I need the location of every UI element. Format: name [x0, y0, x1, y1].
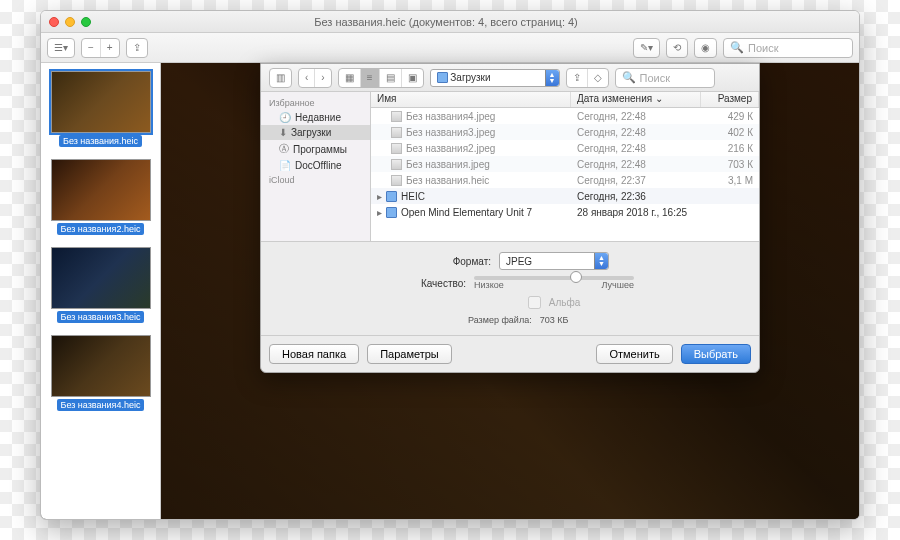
image-icon	[391, 111, 402, 122]
thumbnail-label: Без названия4.heic	[57, 399, 145, 411]
edit-button[interactable]: ◉	[694, 38, 717, 58]
sidebar-item-label: Программы	[293, 144, 347, 155]
col-size[interactable]: Размер	[701, 92, 759, 107]
file-name: HEIC	[401, 191, 425, 202]
filesize-value: 703 КБ	[540, 315, 569, 325]
new-folder-button[interactable]: Новая папка	[269, 344, 359, 364]
sidebar-item[interactable]: 📄DocOffline	[261, 158, 370, 173]
rotate-button[interactable]: ⟲	[666, 38, 688, 58]
panel-action-buttons[interactable]: ⇪ ◇	[566, 68, 609, 88]
col-date[interactable]: Дата изменения ⌄	[571, 92, 701, 107]
col-name[interactable]: Имя	[371, 92, 571, 107]
quality-slider[interactable]	[474, 276, 634, 280]
file-date: Сегодня, 22:48	[571, 143, 701, 154]
content-area: Без названия.heic Без названия2.heic Без…	[41, 63, 859, 519]
panel-layout-buttons[interactable]: ▦ ≡ ▤ ▣	[338, 68, 424, 88]
save-button[interactable]: Выбрать	[681, 344, 751, 364]
gallery-view-icon[interactable]: ▣	[402, 69, 423, 87]
toolbar-search[interactable]: 🔍 Поиск	[723, 38, 853, 58]
list-view-icon[interactable]: ≡	[361, 69, 380, 87]
thumbnail[interactable]: Без названия.heic	[47, 71, 154, 147]
thumbnail-image[interactable]	[51, 335, 151, 397]
folder-icon	[386, 191, 397, 202]
thumbnail-label: Без названия3.heic	[57, 311, 145, 323]
file-name: Без названия2.jpeg	[406, 143, 495, 154]
folder-icon	[437, 72, 448, 83]
image-icon	[391, 143, 402, 154]
view-buttons[interactable]: ☰▾	[47, 38, 75, 58]
zoom-buttons[interactable]: − +	[81, 38, 120, 58]
thumbnail[interactable]: Без названия4.heic	[47, 335, 154, 411]
sidebar-item[interactable]: ⬇︎Загрузки	[261, 125, 370, 140]
file-row[interactable]: Без названия.heic Сегодня, 22:37 3,1 М	[371, 172, 759, 188]
file-row[interactable]: Без названия.jpeg Сегодня, 22:48 703 К	[371, 156, 759, 172]
cancel-button[interactable]: Отменить	[596, 344, 672, 364]
panel-toolbar: ▥ ‹ › ▦ ≡ ▤ ▣ Загрузки ▲	[261, 64, 759, 92]
export-options: Формат: JPEG ▲▼ Качество: Низкое Лучш	[261, 242, 759, 335]
pencil-icon[interactable]: ✎▾	[634, 39, 659, 57]
back-icon[interactable]: ‹	[299, 69, 315, 87]
zoom-in-icon[interactable]: +	[101, 39, 119, 57]
quality-high-label: Лучшее	[602, 280, 634, 290]
file-date: Сегодня, 22:48	[571, 127, 701, 138]
thumbnail[interactable]: Без названия2.heic	[47, 159, 154, 235]
column-view-icon[interactable]: ▤	[380, 69, 402, 87]
search-placeholder: Поиск	[748, 42, 778, 54]
thumbnail-image[interactable]	[51, 71, 151, 133]
thumbnail-image[interactable]	[51, 247, 151, 309]
panel-footer: Новая папка Параметры Отменить Выбрать	[261, 335, 759, 372]
window-title: Без названия.heic (документов: 4, всего …	[91, 16, 801, 28]
file-name: Open Mind Elementary Unit 7	[401, 207, 532, 218]
file-size: 402 К	[701, 127, 759, 138]
sidebar-item-label: Недавние	[295, 112, 341, 123]
share-icon[interactable]: ⇪	[127, 39, 147, 57]
alpha-label: Альфа	[549, 297, 581, 308]
sidebar-item[interactable]: ⒶПрограммы	[261, 140, 370, 158]
options-button[interactable]: Параметры	[367, 344, 452, 364]
folder-icon	[386, 207, 397, 218]
sidebar-icon[interactable]: ▥	[270, 69, 291, 87]
sort-desc-icon: ⌄	[655, 93, 663, 104]
panel-nav-buttons[interactable]: ‹ ›	[298, 68, 332, 88]
image-canvas: ▥ ‹ › ▦ ≡ ▤ ▣ Загрузки ▲	[161, 63, 859, 519]
file-row[interactable]: Без названия2.jpeg Сегодня, 22:48 216 К	[371, 140, 759, 156]
icon-view-icon[interactable]: ▦	[339, 69, 361, 87]
sidebar-toggle-icon[interactable]: ☰▾	[48, 39, 74, 57]
file-name: Без названия4.jpeg	[406, 111, 495, 122]
file-row[interactable]: ▸HEIC Сегодня, 22:36	[371, 188, 759, 204]
markup-button[interactable]: ✎▾	[633, 38, 660, 58]
panel-view-buttons[interactable]: ▥	[269, 68, 292, 88]
share-icon[interactable]: ⇪	[567, 69, 588, 87]
thumbnail[interactable]: Без названия3.heic	[47, 247, 154, 323]
zoom-icon[interactable]	[81, 17, 91, 27]
location-popup[interactable]: Загрузки ▲▼	[430, 69, 560, 87]
rotate-icon[interactable]: ⟲	[667, 39, 687, 57]
file-row[interactable]: Без названия4.jpeg Сегодня, 22:48 429 К	[371, 108, 759, 124]
minimize-icon[interactable]	[65, 17, 75, 27]
thumbnail-image[interactable]	[51, 159, 151, 221]
file-name: Без названия.heic	[406, 175, 489, 186]
preview-window: Без названия.heic (документов: 4, всего …	[40, 10, 860, 520]
markup-icon[interactable]: ◉	[695, 39, 716, 57]
slider-knob[interactable]	[570, 271, 582, 283]
list-header[interactable]: Имя Дата изменения ⌄ Размер	[371, 92, 759, 108]
file-row[interactable]: ▸Open Mind Elementary Unit 7 28 января 2…	[371, 204, 759, 220]
tags-icon[interactable]: ◇	[588, 69, 608, 87]
share-button[interactable]: ⇪	[126, 38, 148, 58]
icloud-header: iCloud	[261, 173, 370, 187]
file-date: Сегодня, 22:48	[571, 159, 701, 170]
disclosure-icon[interactable]: ▸	[377, 207, 382, 218]
sidebar-item[interactable]: 🕘Недавние	[261, 110, 370, 125]
file-row[interactable]: Без названия3.jpeg Сегодня, 22:48 402 К	[371, 124, 759, 140]
panel-search[interactable]: 🔍 Поиск	[615, 68, 715, 88]
disclosure-icon[interactable]: ▸	[377, 191, 382, 202]
location-label: Загрузки	[450, 72, 490, 83]
sidebar-item-icon: ⬇︎	[279, 127, 287, 138]
close-icon[interactable]	[49, 17, 59, 27]
forward-icon[interactable]: ›	[315, 69, 330, 87]
zoom-out-icon[interactable]: −	[82, 39, 101, 57]
panel-search-placeholder: Поиск	[640, 72, 670, 84]
format-popup[interactable]: JPEG ▲▼	[499, 252, 609, 270]
file-list[interactable]: Имя Дата изменения ⌄ Размер Без названия…	[371, 92, 759, 241]
thumbnail-sidebar[interactable]: Без названия.heic Без названия2.heic Без…	[41, 63, 161, 519]
